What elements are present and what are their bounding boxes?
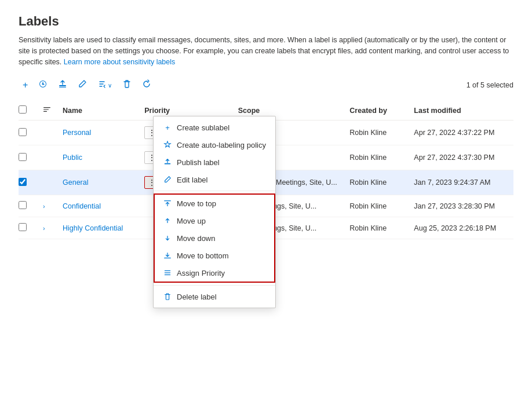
move-to-top-icon: [163, 199, 172, 208]
label-name-link[interactable]: Public: [63, 154, 82, 162]
select-all-header[interactable]: [19, 101, 37, 120]
publish-label-menuitem[interactable]: Publish label: [154, 154, 275, 171]
auto-labeling-button[interactable]: [34, 76, 52, 94]
svg-rect-4: [43, 109, 49, 110]
row-created-by-cell: Robin Kline: [344, 217, 408, 239]
edit-button[interactable]: [74, 76, 91, 94]
sort-button[interactable]: ∨: [93, 76, 116, 94]
row-checkbox[interactable]: [19, 201, 27, 209]
create-sublabel-menuitem[interactable]: + Create sublabel: [154, 119, 275, 136]
sort-icon: [97, 79, 107, 91]
row-last-modified-cell: Aug 25, 2023 2:26:18 PM: [408, 217, 513, 239]
created-by-header: Created by: [344, 101, 408, 120]
move-to-bottom-menuitem[interactable]: Move to bottom: [155, 247, 274, 253]
name-header: Name: [57, 101, 139, 120]
label-name-link[interactable]: Highly Confidential: [63, 224, 123, 232]
row-created-by-cell: Robin Kline: [344, 120, 408, 145]
row-name-cell[interactable]: Confidential: [57, 195, 139, 217]
move-up-icon: [163, 216, 172, 225]
select-all-checkbox[interactable]: [19, 105, 27, 114]
svg-rect-2: [59, 87, 66, 87]
add-button[interactable]: +: [19, 77, 32, 93]
publish-label-icon: [163, 158, 172, 167]
edit-icon: [78, 79, 87, 91]
row-checkbox-cell[interactable]: [19, 170, 37, 195]
row-last-modified-cell: Apr 27, 2022 4:37:22 PM: [408, 120, 513, 145]
row-expand-cell: [37, 120, 57, 145]
row-name-cell[interactable]: General: [57, 170, 139, 195]
expand-icon[interactable]: ›: [43, 203, 45, 210]
last-modified-header: Last modified: [408, 101, 513, 120]
svg-rect-6: [165, 163, 171, 165]
row-last-modified-cell: Jan 27, 2023 3:28:30 PM: [408, 195, 513, 217]
row-name-cell[interactable]: Public: [57, 145, 139, 170]
row-created-by-cell: Robin Kline: [344, 145, 408, 170]
row-checkbox-cell[interactable]: [19, 217, 37, 239]
row-name-cell[interactable]: Highly Confidential: [57, 217, 139, 239]
create-auto-labeling-menuitem[interactable]: Create auto-labeling policy: [154, 136, 275, 154]
move-down-menuitem[interactable]: Move down: [155, 229, 274, 247]
context-menu-divider: [154, 191, 275, 191]
row-created-by-cell: Robin Kline: [344, 195, 408, 217]
publish-label-label: Publish label: [177, 158, 220, 167]
row-checkbox[interactable]: [19, 128, 27, 136]
move-to-top-menuitem[interactable]: Move to top: [155, 195, 274, 212]
create-sublabel-icon: +: [163, 123, 172, 132]
delete-button[interactable]: [118, 76, 136, 94]
publish-icon: [58, 79, 67, 91]
row-checkbox-cell[interactable]: [19, 120, 37, 145]
page-title: Labels: [19, 14, 513, 29]
refresh-button[interactable]: [138, 76, 155, 94]
row-checkbox-cell[interactable]: [19, 195, 37, 217]
move-down-label: Move down: [177, 234, 215, 243]
row-checkbox-cell[interactable]: [19, 145, 37, 170]
svg-rect-5: [43, 111, 47, 112]
row-last-modified-cell: Apr 27, 2022 4:37:30 PM: [408, 145, 513, 170]
label-name-link[interactable]: Personal: [63, 129, 91, 137]
page-description: Sensitivity labels are used to classify …: [19, 35, 513, 67]
row-expand-cell: [37, 145, 57, 170]
row-name-cell[interactable]: Personal: [57, 120, 139, 145]
edit-label-menuitem[interactable]: Edit label: [154, 171, 275, 188]
move-up-label: Move up: [177, 217, 206, 225]
context-menu: + Create sublabel Create auto-labeling p…: [153, 116, 276, 253]
move-to-bottom-label: Move to bottom: [177, 251, 229, 254]
add-icon: +: [23, 80, 28, 90]
edit-label-label: Edit label: [177, 176, 207, 184]
move-to-bottom-icon: [163, 251, 172, 253]
create-auto-labeling-label: Create auto-labeling policy: [177, 141, 266, 149]
svg-rect-1: [59, 85, 66, 86]
label-name-link[interactable]: Confidential: [63, 202, 101, 210]
learn-more-link[interactable]: Learn more about sensitivity labels: [64, 58, 175, 66]
move-to-top-label: Move to top: [177, 199, 216, 208]
move-down-icon: [163, 233, 172, 243]
label-name-link[interactable]: General: [63, 178, 88, 187]
row-checkbox[interactable]: [19, 223, 27, 231]
move-up-menuitem[interactable]: Move up: [155, 212, 274, 229]
svg-rect-3: [43, 107, 50, 108]
publish-button[interactable]: [54, 76, 71, 94]
refresh-icon: [142, 79, 151, 91]
priority-actions-group: Move to top Move up Move down: [154, 193, 275, 253]
create-sublabel-label: Create sublabel: [177, 123, 229, 132]
auto-labeling-icon: [38, 79, 48, 91]
expand-icon[interactable]: ›: [43, 225, 45, 232]
row-expand-cell[interactable]: ›: [37, 217, 57, 239]
row-checkbox[interactable]: [19, 178, 27, 186]
toolbar: + ∨ 1 of 5 selected: [19, 76, 513, 94]
row-expand-cell[interactable]: ›: [37, 195, 57, 217]
sort-chevron-icon: ∨: [108, 82, 112, 89]
edit-label-icon: [163, 175, 172, 184]
row-created-by-cell: Robin Kline: [344, 170, 408, 195]
row-expand-cell: [37, 170, 57, 195]
selected-info: 1 of 5 selected: [467, 81, 513, 89]
delete-icon: [122, 79, 132, 91]
auto-labeling-menu-icon: [163, 140, 172, 149]
expand-header: [37, 101, 57, 120]
row-last-modified-cell: Jan 7, 2023 9:24:37 AM: [408, 170, 513, 195]
row-checkbox[interactable]: [19, 153, 27, 161]
